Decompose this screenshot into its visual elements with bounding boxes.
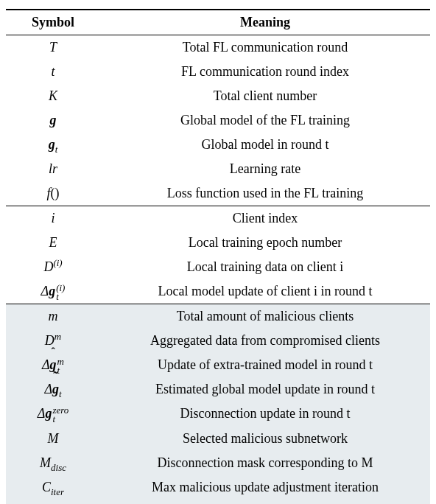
table-body: TTotal FL communication roundtFL communi… [6, 35, 430, 505]
meaning-cell: Selected malicious subnetwork [100, 427, 430, 451]
meaning-cell: Local training data on client i [100, 255, 430, 279]
table-row: ΔgtEstimated global model update in roun… [6, 377, 430, 402]
meaning-cell: Disconnection update in round t [100, 402, 430, 426]
meaning-cell: Learning rate [100, 157, 430, 181]
table-row: KTotal client number [6, 84, 430, 108]
meaning-cell: FL communication round index [100, 60, 430, 84]
meaning-cell: Up-scaling factor [100, 500, 430, 504]
table-row: f()Loss function used in the FL training [6, 181, 430, 206]
meaning-cell: Total amount of malicious clients [100, 304, 430, 329]
meaning-cell: Disconnection mask corresponding to M [100, 451, 430, 475]
table-row: ΔgzerotDisconnection update in round t [6, 402, 430, 426]
symbol-cell: Citer [6, 475, 100, 500]
meaning-cell: Total client number [100, 84, 430, 108]
symbol-cell: gt [6, 133, 100, 157]
table-row: tFL communication round index [6, 60, 430, 84]
table-row: ΔgmtUpdate of extra-trained model in rou… [6, 353, 430, 377]
symbol-cell: Δgzerot [6, 402, 100, 426]
header-symbol: Symbol [6, 10, 100, 35]
header-row: Symbol Meaning [6, 10, 430, 35]
table-row: MdiscDisconnection mask corresponding to… [6, 451, 430, 475]
table-row: gtGlobal model in round t [6, 133, 430, 157]
meaning-cell: Update of extra-trained model in round t [100, 353, 430, 377]
symbol-cell: g [6, 108, 100, 133]
symbol-cell: E [6, 231, 100, 255]
table-row: iClient index [6, 206, 430, 231]
symbol-cell: Δg(i)t [6, 279, 100, 304]
symbol-cell: M [6, 427, 100, 451]
meaning-cell: Aggregated data from compromised clients [100, 329, 430, 353]
symbol-cell: Δgt [6, 377, 100, 402]
symbol-cell: C↑ [6, 500, 100, 504]
symbol-cell: T [6, 35, 100, 60]
table-row: TTotal FL communication round [6, 35, 430, 60]
table-row: CiterMax malicious update adjustment ite… [6, 475, 430, 500]
table-row: DmAggregated data from compromised clien… [6, 329, 430, 353]
symbol-cell: D(i) [6, 255, 100, 279]
table-row: lrLearning rate [6, 157, 430, 181]
table-row: ELocal training epoch number [6, 231, 430, 255]
symbol-cell: f() [6, 181, 100, 206]
meaning-cell: Loss function used in the FL training [100, 181, 430, 206]
meaning-cell: Max malicious update adjustment iteratio… [100, 475, 430, 500]
symbol-cell: i [6, 206, 100, 231]
symbol-cell: K [6, 84, 100, 108]
symbol-cell: lr [6, 157, 100, 181]
table-row: D(i)Local training data on client i [6, 255, 430, 279]
header-meaning: Meaning [100, 10, 430, 35]
meaning-cell: Total FL communication round [100, 35, 430, 60]
symbol-cell: t [6, 60, 100, 84]
table-row: gGlobal model of the FL training [6, 108, 430, 133]
table-row: Δg(i)tLocal model update of client i in … [6, 279, 430, 304]
symbol-cell: Mdisc [6, 451, 100, 475]
meaning-cell: Estimated global model update in round t [100, 377, 430, 402]
table-row: C↑Up-scaling factor [6, 500, 430, 504]
symbol-cell: m [6, 304, 100, 329]
notation-table: Symbol Meaning TTotal FL communication r… [6, 9, 430, 504]
meaning-cell: Client index [100, 206, 430, 231]
table-row: mTotal amount of malicious clients [6, 304, 430, 329]
meaning-cell: Global model in round t [100, 133, 430, 157]
meaning-cell: Local training epoch number [100, 231, 430, 255]
table-row: MSelected malicious subnetwork [6, 427, 430, 451]
meaning-cell: Local model update of client i in round … [100, 279, 430, 304]
meaning-cell: Global model of the FL training [100, 108, 430, 133]
